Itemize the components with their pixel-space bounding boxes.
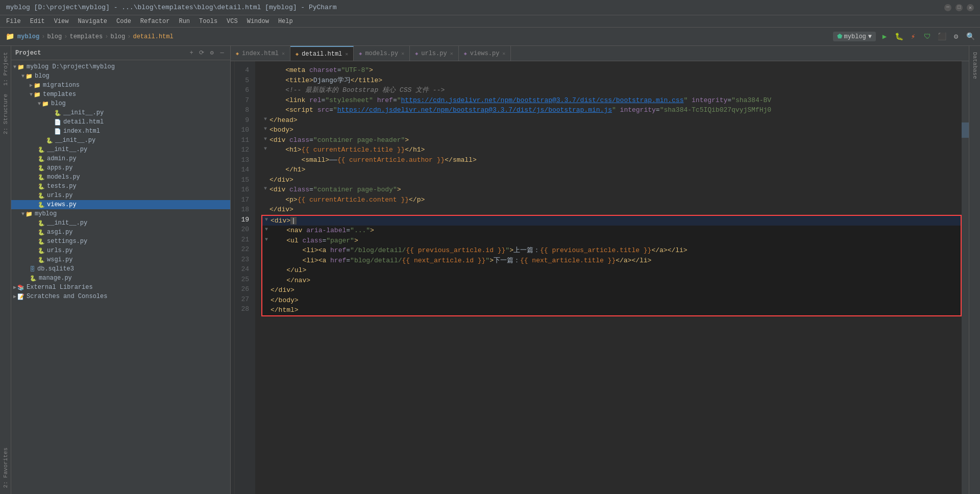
branch-selector[interactable]: ⬟ myblog ▼ — [833, 32, 876, 41]
tab-urls-py[interactable]: ◈ urls.py ✕ — [410, 46, 458, 61]
close-button[interactable]: ✕ — [967, 4, 974, 11]
menu-navigate[interactable]: Navigate — [74, 17, 111, 26]
tree-item-migrations[interactable]: ▶ 📁 migrations — [11, 81, 230, 90]
profile-button[interactable]: ⚡ — [908, 31, 919, 42]
expand-arrow-blog[interactable]: ▼ — [21, 73, 24, 79]
code-content[interactable]: <meta charset="UTF-8"> <title>Django学习</… — [255, 61, 962, 494]
panel-header: Project + ⟳ ⚙ ─ — [11, 46, 230, 60]
tree-item-root[interactable]: ▼ 📁 myblog D:\project\myblog — [11, 62, 230, 71]
tree-item-urls-blog[interactable]: 🐍 urls.py — [11, 191, 230, 200]
fold-9[interactable]: ▼ — [261, 115, 270, 123]
tab-close-views[interactable]: ✕ — [502, 51, 505, 57]
py-icon-init3: 🐍 — [38, 146, 45, 153]
code-text-20: <nav aria-label="..."> — [271, 226, 374, 236]
tree-item-wsgi[interactable]: 🐍 wsgi.py — [11, 255, 230, 264]
editor-scrollbar[interactable] — [962, 61, 969, 494]
fold-19[interactable]: ▼ — [262, 216, 271, 224]
fold-20[interactable]: ▼ — [262, 226, 271, 233]
tab-close-index[interactable]: ✕ — [282, 51, 285, 57]
tree-item-init3[interactable]: 🐍 __init__.py — [11, 145, 230, 154]
menu-run[interactable]: Run — [175, 17, 194, 26]
fold-21[interactable]: ▼ — [262, 236, 271, 243]
tree-item-admin[interactable]: 🐍 admin.py — [11, 154, 230, 163]
expand-arrow-root[interactable]: ▼ — [13, 64, 16, 70]
menu-code[interactable]: Code — [112, 17, 135, 26]
breadcrumb-templates[interactable]: templates — [69, 33, 103, 40]
expand-arrow-migrations[interactable]: ▶ — [30, 82, 33, 88]
tree-item-db[interactable]: 🗄 db.sqlite3 — [11, 264, 230, 274]
menu-vcs[interactable]: VCS — [223, 17, 242, 26]
tab-index-html[interactable]: ◈ index.html ✕ — [231, 46, 290, 61]
run-button[interactable]: ▶ — [879, 31, 890, 42]
tab-views-py[interactable]: ◈ views.py ✕ — [459, 46, 511, 61]
expand-arrow-myblog[interactable]: ▼ — [21, 211, 24, 217]
tree-item-init2[interactable]: 🐍 __init__.py — [11, 136, 230, 145]
breadcrumb-myblog[interactable]: myblog — [17, 33, 39, 40]
side-tab-favorites[interactable]: 2: Favorites — [2, 443, 10, 492]
collapse-icon[interactable]: ─ — [218, 49, 226, 57]
tree-item-manage[interactable]: 🐍 manage.py — [11, 274, 230, 283]
tab-models-py[interactable]: ◈ models.py ✕ — [354, 46, 410, 61]
tab-detail-html[interactable]: ◈ detail.html ✕ — [290, 46, 354, 61]
tab-close-detail[interactable]: ✕ — [345, 51, 348, 57]
tree-label-manage: manage.py — [39, 275, 72, 282]
tree-item-blog-sub[interactable]: ▼ 📁 blog — [11, 99, 230, 108]
code-editor[interactable]: 4 5 6 7 8 9 10 11 12 13 14 15 16 17 18 1… — [231, 61, 969, 494]
tab-close-models[interactable]: ✕ — [401, 51, 404, 57]
tab-close-urls[interactable]: ✕ — [450, 51, 453, 57]
code-text-14: </h1> — [270, 165, 305, 175]
menu-tools[interactable]: Tools — [195, 17, 222, 26]
menu-help[interactable]: Help — [274, 17, 297, 26]
tree-item-scratches[interactable]: ▶ 📝 Scratches and Consoles — [11, 292, 230, 301]
tree-item-settings[interactable]: 🐍 settings.py — [11, 237, 230, 246]
tree-item-init1[interactable]: 🐍 __init__.py — [11, 108, 230, 117]
expand-arrow-blog-sub[interactable]: ▼ — [38, 101, 41, 107]
project-icon[interactable]: 📁 — [4, 31, 15, 42]
fold-16[interactable]: ▼ — [261, 185, 270, 192]
tree-item-apps[interactable]: 🐍 apps.py — [11, 163, 230, 172]
tab-label-index: index.html — [242, 50, 279, 57]
tree-item-asgi[interactable]: 🐍 asgi.py — [11, 228, 230, 237]
fold-11[interactable]: ▼ — [261, 135, 270, 143]
expand-arrow-ext-libs[interactable]: ▶ — [13, 284, 16, 290]
tree-item-index-html[interactable]: 📄 index.html — [11, 127, 230, 136]
menu-window[interactable]: Window — [243, 17, 273, 26]
debug-button[interactable]: 🐛 — [893, 31, 904, 42]
expand-arrow-templates[interactable]: ▼ — [30, 92, 33, 97]
tree-item-tests[interactable]: 🐍 tests.py — [11, 182, 230, 191]
settings-icon[interactable]: ⚙ — [208, 49, 216, 57]
side-tab-structure[interactable]: 2: Structure — [2, 90, 10, 138]
tree-item-init4[interactable]: 🐍 __init__.py — [11, 218, 230, 228]
stop-button[interactable]: ⬛ — [936, 31, 947, 42]
fold-10[interactable]: ▼ — [261, 125, 270, 133]
code-text-24: </ul> — [271, 265, 306, 276]
menu-edit[interactable]: Edit — [26, 17, 49, 26]
tree-item-models[interactable]: 🐍 models.py — [11, 172, 230, 182]
search-button[interactable]: 🔍 — [965, 31, 976, 42]
tree-item-myblog[interactable]: ▼ 📁 myblog — [11, 209, 230, 218]
breadcrumb-blog2[interactable]: blog — [110, 33, 125, 40]
side-tab-database[interactable]: Database — [971, 48, 979, 83]
file-tree: ▼ 📁 myblog D:\project\myblog ▼ 📁 blog ▶ … — [11, 60, 230, 494]
breadcrumb-blog[interactable]: blog — [47, 33, 62, 40]
menu-refactor[interactable]: Refactor — [136, 17, 174, 26]
side-tab-project[interactable]: 1: Project — [2, 48, 10, 90]
breadcrumb-file[interactable]: detail.html — [133, 33, 173, 40]
menu-view[interactable]: View — [50, 17, 73, 26]
tab-py-icon-models: ◈ — [359, 51, 362, 57]
maximize-button[interactable]: □ — [955, 4, 963, 11]
tree-item-views[interactable]: 🐍 views.py — [11, 200, 230, 209]
tree-item-ext-libs[interactable]: ▶ 📚 External Libraries — [11, 283, 230, 292]
add-icon[interactable]: + — [187, 49, 195, 57]
tree-item-urls-main[interactable]: 🐍 urls.py — [11, 246, 230, 255]
tree-item-blog[interactable]: ▼ 📁 blog — [11, 71, 230, 81]
sync-icon[interactable]: ⟳ — [198, 49, 206, 57]
tree-item-detail-html[interactable]: 📄 detail.html — [11, 117, 230, 127]
minimize-button[interactable]: ─ — [944, 4, 951, 11]
fold-12[interactable]: ▼ — [261, 145, 270, 153]
settings-button[interactable]: ⚙ — [950, 31, 962, 42]
expand-arrow-scratches[interactable]: ▶ — [13, 293, 16, 300]
tree-item-templates[interactable]: ▼ 📁 templates — [11, 90, 230, 99]
coverage-button[interactable]: 🛡 — [922, 31, 933, 42]
menu-file[interactable]: File — [2, 17, 25, 26]
